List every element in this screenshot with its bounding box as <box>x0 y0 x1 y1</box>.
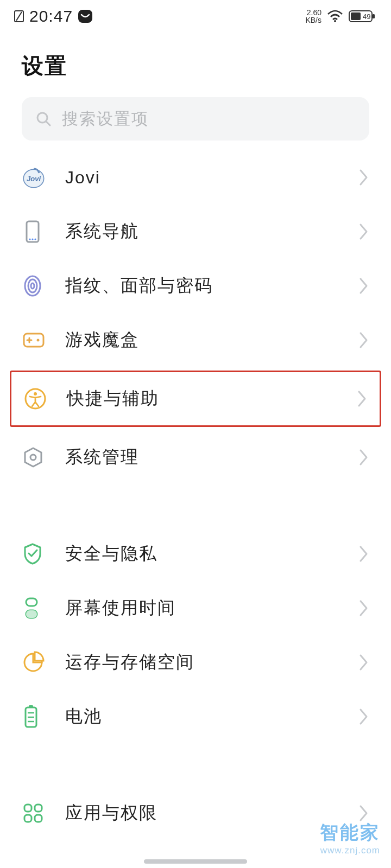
chevron-right-icon <box>357 390 368 408</box>
chevron-right-icon <box>358 707 369 726</box>
chevron-right-icon <box>358 331 369 349</box>
row-game-label: 游戏魔盒 <box>52 328 358 352</box>
svg-rect-39 <box>35 815 42 822</box>
row-shortcut-highlighted[interactable]: 快捷与辅助 <box>10 371 381 427</box>
row-security-label: 安全与隐私 <box>52 542 358 566</box>
row-biometrics[interactable]: 指纹、面部与密码 <box>0 259 391 313</box>
app-drawer-icon <box>77 8 93 24</box>
row-screentime-label: 屏幕使用时间 <box>52 596 358 620</box>
row-nav-label: 系统导航 <box>52 220 358 244</box>
shield-check-icon <box>22 542 52 566</box>
svg-point-13 <box>29 238 30 240</box>
jovi-icon: Jovi <box>22 165 52 189</box>
row-battery-label: 电池 <box>52 705 358 729</box>
status-bar: 20:47 2.60 KB/s 49 <box>0 0 391 33</box>
chevron-right-icon <box>358 168 369 187</box>
group-gap <box>0 484 391 527</box>
row-jovi[interactable]: Jovi Jovi <box>0 150 391 205</box>
svg-rect-38 <box>24 815 31 822</box>
svg-point-26 <box>30 455 36 460</box>
battery-icon: 49 <box>349 10 376 23</box>
status-bar-right: 2.60 KB/s 49 <box>305 9 376 24</box>
row-storage-label: 运存与存储空间 <box>52 650 358 674</box>
no-sim-icon <box>13 9 25 23</box>
chevron-right-icon <box>358 448 369 467</box>
fingerprint-icon <box>22 274 52 298</box>
chevron-right-icon <box>358 653 369 672</box>
chevron-right-icon <box>358 804 369 822</box>
svg-point-14 <box>31 238 33 240</box>
pie-storage-icon <box>22 651 52 674</box>
battery-vert-icon <box>22 704 52 729</box>
row-system-navigation[interactable]: 系统导航 <box>0 205 391 259</box>
status-bar-left: 20:47 <box>13 7 93 25</box>
svg-rect-27 <box>26 598 37 606</box>
svg-point-17 <box>28 279 37 292</box>
svg-point-15 <box>34 238 36 240</box>
svg-rect-29 <box>26 610 37 618</box>
screen: 20:47 2.60 KB/s 49 设置 搜索设置项 <box>0 0 391 868</box>
watermark-url: www.znj.com <box>320 845 380 856</box>
svg-text:Jovi: Jovi <box>27 175 41 183</box>
watermark: 智能家 www.znj.com <box>320 820 380 856</box>
chevron-right-icon <box>358 277 369 295</box>
svg-point-3 <box>334 20 336 22</box>
net-speed-unit: KB/s <box>305 16 321 24</box>
apps-grid-icon <box>22 802 52 825</box>
search-container: 搜索设置项 <box>0 97 391 150</box>
row-sysmgmt-label: 系统管理 <box>52 445 358 469</box>
battery-text: 49 <box>363 12 370 21</box>
search-placeholder: 搜索设置项 <box>62 108 149 130</box>
svg-point-24 <box>34 392 37 395</box>
svg-rect-5 <box>373 14 375 18</box>
gear-hex-icon <box>22 446 52 469</box>
row-screen-time[interactable]: 屏幕使用时间 <box>0 581 391 635</box>
row-system-mgmt[interactable]: 系统管理 <box>0 430 391 484</box>
status-time: 20:47 <box>29 7 73 25</box>
svg-line-8 <box>46 122 50 125</box>
net-speed-value: 2.60 <box>305 9 321 16</box>
row-battery[interactable]: 电池 <box>0 690 391 744</box>
row-biometric-label: 指纹、面部与密码 <box>52 274 358 298</box>
page-title: 设置 <box>0 33 391 97</box>
svg-line-1 <box>16 12 22 21</box>
row-storage[interactable]: 运存与存储空间 <box>0 635 391 690</box>
settings-list: Jovi Jovi 系统导航 指纹、面部与密码 游戏魔盒 <box>0 150 391 840</box>
chevron-right-icon <box>358 545 369 563</box>
home-indicator[interactable] <box>144 859 247 864</box>
chevron-right-icon <box>358 599 369 617</box>
search-icon <box>35 110 52 127</box>
accessibility-icon <box>23 387 54 411</box>
gamepad-icon <box>22 329 52 351</box>
wifi-icon <box>327 10 343 23</box>
watermark-brand: 智能家 <box>320 820 380 845</box>
net-speed: 2.60 KB/s <box>305 9 321 24</box>
svg-rect-36 <box>24 805 31 812</box>
search-input[interactable]: 搜索设置项 <box>22 97 369 141</box>
hourglass-icon <box>22 596 52 620</box>
svg-point-22 <box>37 339 40 342</box>
svg-rect-37 <box>35 805 42 812</box>
group-gap-2 <box>0 744 391 786</box>
phone-nav-icon <box>22 220 52 244</box>
svg-marker-25 <box>25 448 41 467</box>
svg-rect-6 <box>351 12 361 20</box>
row-jovi-label: Jovi <box>52 168 358 188</box>
row-game-box[interactable]: 游戏魔盒 <box>0 313 391 367</box>
svg-point-18 <box>31 283 34 289</box>
row-apps-label: 应用与权限 <box>52 801 358 825</box>
chevron-right-icon <box>358 222 369 241</box>
row-security[interactable]: 安全与隐私 <box>0 527 391 581</box>
row-shortcut-label: 快捷与辅助 <box>54 387 357 411</box>
